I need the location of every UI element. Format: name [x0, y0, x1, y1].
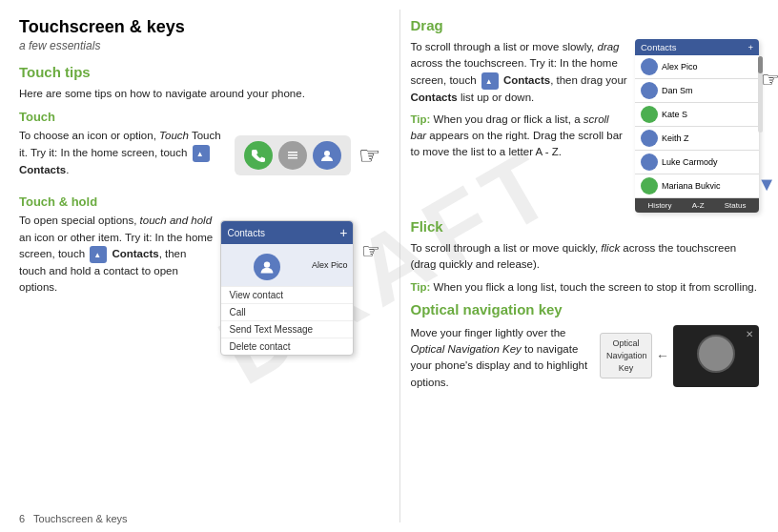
contacts-popup-name: Alex Pico [312, 260, 348, 270]
scroll-down-indicator: ▼ [757, 174, 776, 195]
right-column: Drag To scroll through a list or move sl… [400, 0, 778, 532]
contacts-list-box: Contacts+ Alex Pico Dan Sm Kate S Keith … [635, 39, 759, 213]
touch-illustration: ☞ [235, 135, 380, 175]
touch-hold-heading: Touch & hold [19, 194, 380, 209]
optical-arrow-icon: ← [656, 348, 669, 363]
cl-header: Contacts+ [635, 39, 759, 55]
drag-contacts-list: Contacts+ Alex Pico Dan Sm Kate S Keith … [635, 39, 759, 213]
cl-item: Dan Sm [635, 79, 759, 103]
touch-heading: Touch [19, 110, 380, 124]
drag-tip: Tip: When you drag or flick a list, a sc… [410, 112, 627, 161]
page-subtitle: a few essentials [19, 39, 380, 52]
svg-point-3 [324, 151, 330, 156]
cl-item: Alex Pico [635, 55, 759, 79]
touch-hand-icon: ☞ [358, 141, 380, 171]
optical-nav-box: ✕ [673, 325, 759, 387]
flick-tip-label: Tip: [410, 281, 430, 293]
svg-rect-1 [288, 154, 297, 156]
phone-buttons [235, 135, 351, 175]
optical-nav-section: Move your finger lightly over the Optica… [410, 325, 759, 397]
touch-hold-illustration: Contacts + Alex Pico View contact Call S… [220, 220, 380, 356]
drag-heading: Drag [410, 17, 759, 33]
contacts-popup-header: Contacts + [221, 221, 353, 244]
contacts-icon-inline2 [90, 246, 107, 263]
drag-body: To scroll through a list or move slowly,… [410, 39, 627, 106]
touch-hold-hand-icon: ☞ [361, 239, 380, 264]
contacts-popup-item-delete: Delete contact [221, 338, 353, 355]
drag-hand-icon: ☞ [761, 68, 778, 92]
cl-item: Luke Carmody [635, 151, 759, 174]
page-title: Touchscreen & keys [19, 17, 380, 37]
contacts-popup-plus: + [339, 225, 347, 240]
left-column: Touchscreen & keys a few essentials Touc… [0, 0, 399, 532]
optical-nav-close-icon: ✕ [746, 329, 753, 339]
touch-tips-body: Here are some tips on how to navigate ar… [19, 86, 380, 102]
touch-tips-heading: Touch tips [19, 64, 380, 80]
contacts-button [313, 141, 341, 170]
optical-nav-key-circle [697, 335, 735, 373]
contacts-popup-item-call: Call [221, 303, 353, 320]
optical-nav-heading: Optical navigation key [410, 301, 759, 317]
optical-nav-label: Optical Navigation Key [600, 333, 652, 379]
contacts-popup-item-view: View contact [221, 286, 353, 303]
contacts-popup-avatar [254, 254, 280, 280]
svg-point-4 [264, 262, 270, 268]
contacts-popup: Contacts + Alex Pico View contact Call S… [220, 220, 354, 356]
drag-tip-label: Tip: [410, 113, 430, 125]
touch-body: To choose an icon or option, Touch Touch… [19, 128, 223, 178]
svg-rect-0 [288, 152, 297, 153]
cl-item: Kate S [635, 103, 759, 127]
cl-item: Mariana Bukvic [635, 174, 759, 198]
contacts-icon-inline [193, 145, 210, 162]
call-button [244, 141, 273, 170]
contacts-popup-item-sms: Send Text Message [221, 320, 353, 338]
flick-body: To scroll through a list or move quickly… [410, 240, 759, 274]
page-footer: 6 Touchscreen & keys [19, 513, 128, 524]
cl-footer: HistoryA-ZStatus [635, 198, 759, 213]
cl-item: Keith Z [635, 127, 759, 151]
flick-tip: Tip: When you flick a long list, touch t… [410, 279, 759, 296]
optical-nav-body: Move your finger lightly over the Optica… [410, 325, 592, 391]
touch-hold-body: To open special options, touch and hold … [19, 213, 213, 296]
flick-heading: Flick [410, 218, 759, 235]
menu-button [278, 141, 307, 170]
optical-nav-illustration: Optical Navigation Key ← ✕ [600, 325, 759, 387]
contacts-icon-inline3 [481, 72, 499, 90]
svg-rect-2 [288, 157, 297, 159]
